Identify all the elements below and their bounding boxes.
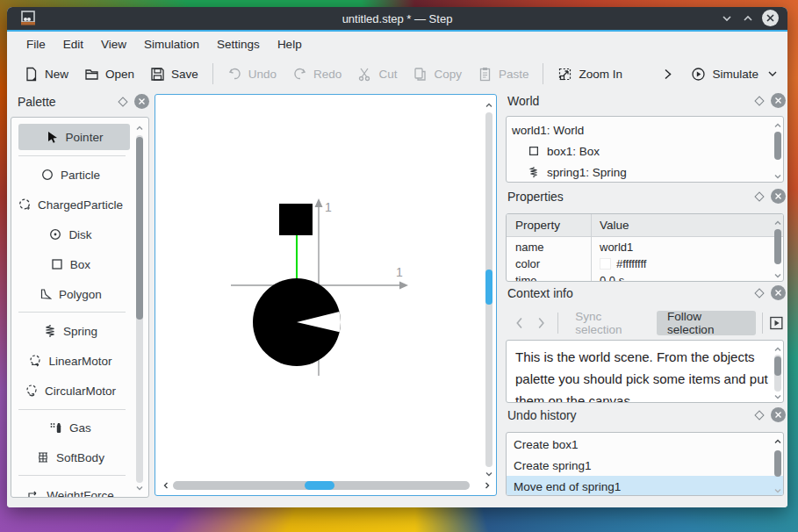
palette-scroll-thumb[interactable]	[136, 137, 143, 320]
properties-close-button[interactable]	[771, 189, 786, 204]
canvas-vscrollbar[interactable]	[484, 97, 494, 483]
float-panel-icon[interactable]	[754, 288, 764, 298]
redo-button[interactable]: Redo	[284, 60, 349, 88]
close-button[interactable]	[762, 10, 779, 26]
scroll-up-icon[interactable]	[134, 123, 145, 133]
world-tree-item-spring1[interactable]: spring1: Spring	[507, 162, 783, 183]
canvas-hscrollbar[interactable]	[161, 479, 492, 492]
paste-button[interactable]: Paste	[470, 60, 537, 88]
properties-scroll-thumb[interactable]	[774, 229, 781, 264]
scroll-up-icon[interactable]	[773, 218, 783, 228]
scroll-down-icon[interactable]	[773, 485, 783, 496]
menu-simulation[interactable]: Simulation	[135, 32, 208, 57]
undo-history-close-button[interactable]	[771, 407, 786, 422]
menu-edit[interactable]: Edit	[54, 32, 92, 57]
scroll-down-icon[interactable]	[134, 483, 145, 493]
column-property[interactable]: Property	[507, 219, 591, 232]
canvas-vscroll-thumb[interactable]	[485, 270, 492, 305]
property-row-time[interactable]: time 0.0 s	[507, 272, 783, 282]
scroll-up-icon[interactable]	[773, 344, 783, 355]
palette-item-disk[interactable]: Disk	[11, 222, 129, 247]
sync-selection-button[interactable]: Sync selection	[564, 311, 657, 335]
world-scroll-thumb[interactable]	[774, 132, 781, 160]
simulate-button[interactable]: Simulate	[683, 60, 766, 88]
undo-button[interactable]: Undo	[219, 60, 284, 88]
open-button[interactable]: Open	[76, 60, 142, 88]
palette-item-weightforce[interactable]: WeightForce	[11, 483, 129, 498]
property-row-name[interactable]: name world1	[507, 239, 783, 255]
palette-item-circularmotor[interactable]: CircularMotor	[11, 378, 129, 403]
palette-close-button[interactable]	[134, 94, 149, 109]
undo-item-move-end-of-spring1[interactable]: Move end of spring1	[507, 476, 783, 496]
undo-item-create-spring1[interactable]: Create spring1	[507, 455, 783, 476]
toolbar-extension-button[interactable]	[652, 60, 683, 88]
scroll-down-icon[interactable]	[484, 469, 494, 479]
toolbar-separator	[543, 63, 543, 84]
properties-scrollbar[interactable]	[773, 214, 783, 282]
toolbar-separator	[762, 313, 763, 334]
world-tree-item-box1[interactable]: box1: Box	[507, 140, 783, 162]
scroll-right-icon[interactable]	[482, 480, 492, 491]
run-example-icon[interactable]	[769, 315, 784, 331]
palette-item-pointer[interactable]: Pointer	[18, 124, 130, 150]
property-row-color[interactable]: color #ffffffff	[507, 255, 783, 272]
minimize-button[interactable]	[720, 11, 734, 25]
world-canvas[interactable]: 1 1	[155, 94, 497, 496]
context-scroll-thumb[interactable]	[774, 356, 781, 376]
float-panel-icon[interactable]	[754, 410, 764, 420]
scroll-left-icon[interactable]	[161, 480, 171, 491]
undo-item-create-box1[interactable]: Create box1	[507, 434, 783, 455]
undo-label: Undo	[248, 68, 277, 81]
undo-scrollbar[interactable]	[773, 433, 783, 496]
world-tree-item-world1[interactable]: world1: World	[507, 119, 783, 140]
box1-object[interactable]	[279, 204, 313, 235]
cut-label: Cut	[378, 68, 397, 81]
float-panel-icon[interactable]	[754, 96, 764, 105]
new-button[interactable]: New	[16, 60, 76, 88]
context-scrollbar[interactable]	[773, 341, 783, 403]
float-panel-icon[interactable]	[754, 191, 764, 201]
scroll-down-icon[interactable]	[773, 171, 783, 182]
scroll-down-icon[interactable]	[773, 270, 783, 281]
context-toolbar: Sync selection Follow selection	[509, 310, 784, 336]
tree-item-label: box1: Box	[547, 145, 600, 158]
world-close-button[interactable]	[771, 93, 786, 108]
menu-help[interactable]: Help	[269, 32, 311, 57]
save-button[interactable]: Save	[142, 60, 206, 88]
simulate-dropdown-icon[interactable]	[766, 68, 779, 80]
back-button[interactable]	[509, 312, 530, 334]
column-value[interactable]: Value	[591, 219, 629, 232]
palette-item-chargedparticle[interactable]: ChargedParticle	[11, 192, 129, 217]
palette-item-polygon[interactable]: Polygon	[11, 282, 129, 306]
titlebar[interactable]: untitled.step * — Step	[7, 7, 787, 30]
palette-item-box[interactable]: Box	[11, 252, 129, 277]
palette-item-linearmotor[interactable]: LinearMotor	[11, 349, 129, 373]
copy-button[interactable]: Copy	[405, 60, 470, 88]
follow-selection-button[interactable]: Follow selection	[657, 311, 756, 335]
menu-file[interactable]: File	[18, 32, 54, 57]
canvas-hscroll-thumb[interactable]	[305, 481, 334, 490]
scroll-up-icon[interactable]	[484, 100, 494, 111]
context-close-button[interactable]	[771, 285, 786, 300]
scroll-up-icon[interactable]	[773, 436, 783, 447]
disk-object[interactable]	[253, 278, 341, 366]
scroll-up-icon[interactable]	[773, 120, 783, 131]
toolbar-separator	[212, 63, 213, 84]
cut-button[interactable]: Cut	[349, 60, 405, 88]
palette-scrollbar[interactable]	[134, 118, 145, 498]
float-panel-icon[interactable]	[118, 97, 127, 106]
world-scrollbar[interactable]	[773, 117, 783, 183]
maximize-button[interactable]	[741, 11, 755, 25]
palette-item-particle[interactable]: Particle	[11, 162, 129, 187]
palette-item-spring[interactable]: Spring	[11, 319, 129, 343]
scroll-down-icon[interactable]	[773, 392, 783, 402]
undo-scroll-thumb[interactable]	[774, 450, 781, 477]
forward-button[interactable]	[530, 312, 551, 334]
palette-item-label: Gas	[69, 421, 91, 435]
menu-settings[interactable]: Settings	[208, 32, 269, 57]
menu-view[interactable]: View	[92, 32, 135, 57]
palette-item-softbody[interactable]: SoftBody	[11, 445, 129, 470]
palette-item-gas[interactable]: Gas	[11, 415, 129, 440]
palette-item-label: Particle	[61, 169, 100, 182]
zoom-in-button[interactable]: Zoom In	[550, 60, 630, 88]
